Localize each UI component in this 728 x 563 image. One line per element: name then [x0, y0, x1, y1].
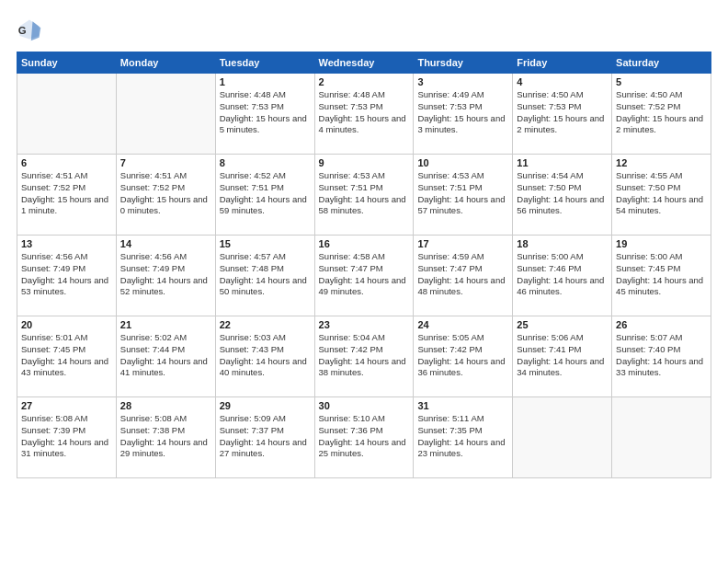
day-info: Sunrise: 4:54 AMSunset: 7:50 PMDaylight:… — [517, 170, 608, 217]
weekday-header-thursday: Thursday — [414, 52, 513, 74]
day-info: Sunrise: 4:56 AMSunset: 7:49 PMDaylight:… — [120, 251, 211, 298]
day-number: 15 — [220, 238, 311, 249]
day-number: 2 — [319, 76, 410, 87]
day-info: Sunrise: 4:57 AMSunset: 7:48 PMDaylight:… — [220, 251, 311, 298]
calendar-cell: 2Sunrise: 4:48 AMSunset: 7:53 PMDaylight… — [314, 74, 414, 155]
calendar-cell: 22Sunrise: 5:03 AMSunset: 7:43 PMDayligh… — [215, 316, 314, 397]
day-info: Sunrise: 5:11 AMSunset: 7:35 PMDaylight:… — [417, 413, 508, 460]
day-info: Sunrise: 4:51 AMSunset: 7:52 PMDaylight:… — [120, 170, 211, 217]
calendar-cell: 18Sunrise: 5:00 AMSunset: 7:46 PMDayligh… — [513, 236, 612, 316]
calendar-cell: 4Sunrise: 4:50 AMSunset: 7:53 PMDaylight… — [513, 74, 612, 155]
calendar-cell — [116, 74, 215, 155]
day-number: 19 — [616, 238, 707, 249]
day-number: 7 — [120, 157, 211, 168]
day-info: Sunrise: 4:50 AMSunset: 7:52 PMDaylight:… — [616, 89, 707, 136]
day-info: Sunrise: 4:48 AMSunset: 7:53 PMDaylight:… — [220, 89, 311, 136]
day-number: 3 — [417, 76, 508, 87]
calendar-cell: 5Sunrise: 4:50 AMSunset: 7:52 PMDaylight… — [612, 74, 711, 155]
day-number: 12 — [616, 157, 707, 168]
calendar-header-row: SundayMondayTuesdayWednesdayThursdayFrid… — [17, 52, 711, 74]
day-number: 10 — [417, 157, 508, 168]
day-number: 28 — [120, 400, 211, 411]
day-number: 16 — [319, 238, 410, 249]
day-info: Sunrise: 5:04 AMSunset: 7:42 PMDaylight:… — [319, 332, 410, 379]
day-info: Sunrise: 4:56 AMSunset: 7:49 PMDaylight:… — [21, 251, 112, 298]
day-number: 11 — [517, 157, 608, 168]
day-info: Sunrise: 4:55 AMSunset: 7:50 PMDaylight:… — [616, 170, 707, 217]
calendar-cell: 3Sunrise: 4:49 AMSunset: 7:53 PMDaylight… — [414, 74, 513, 155]
day-number: 1 — [220, 76, 311, 87]
day-number: 18 — [517, 238, 608, 249]
calendar-week-4: 20Sunrise: 5:01 AMSunset: 7:45 PMDayligh… — [17, 316, 711, 397]
day-info: Sunrise: 5:10 AMSunset: 7:36 PMDaylight:… — [319, 413, 410, 460]
day-info: Sunrise: 5:01 AMSunset: 7:45 PMDaylight:… — [21, 332, 112, 379]
day-info: Sunrise: 4:59 AMSunset: 7:47 PMDaylight:… — [417, 251, 508, 298]
calendar-cell: 12Sunrise: 4:55 AMSunset: 7:50 PMDayligh… — [612, 155, 711, 236]
calendar-table: SundayMondayTuesdayWednesdayThursdayFrid… — [17, 52, 711, 478]
day-info: Sunrise: 4:58 AMSunset: 7:47 PMDaylight:… — [319, 251, 410, 298]
weekday-header-saturday: Saturday — [612, 52, 711, 74]
calendar-cell: 10Sunrise: 4:53 AMSunset: 7:51 PMDayligh… — [414, 155, 513, 236]
day-number: 14 — [120, 238, 211, 249]
calendar-cell — [17, 74, 117, 155]
weekday-header-monday: Monday — [116, 52, 215, 74]
day-number: 31 — [417, 400, 508, 411]
weekday-header-wednesday: Wednesday — [314, 52, 414, 74]
day-number: 6 — [21, 157, 112, 168]
calendar-week-2: 6Sunrise: 4:51 AMSunset: 7:52 PMDaylight… — [17, 155, 711, 236]
calendar-cell: 24Sunrise: 5:05 AMSunset: 7:42 PMDayligh… — [414, 316, 513, 397]
day-info: Sunrise: 5:02 AMSunset: 7:44 PMDaylight:… — [120, 332, 211, 379]
svg-text:G: G — [18, 25, 27, 36]
page: G SundayMondayTuesdayWednesdayThursdayFr… — [0, 0, 728, 563]
calendar-week-1: 1Sunrise: 4:48 AMSunset: 7:53 PMDaylight… — [17, 74, 711, 155]
calendar-cell: 11Sunrise: 4:54 AMSunset: 7:50 PMDayligh… — [513, 155, 612, 236]
day-info: Sunrise: 5:06 AMSunset: 7:41 PMDaylight:… — [517, 332, 608, 379]
day-number: 4 — [517, 76, 608, 87]
day-number: 13 — [21, 238, 112, 249]
calendar-cell: 7Sunrise: 4:51 AMSunset: 7:52 PMDaylight… — [116, 155, 215, 236]
calendar-cell: 16Sunrise: 4:58 AMSunset: 7:47 PMDayligh… — [314, 236, 414, 316]
calendar-cell: 19Sunrise: 5:00 AMSunset: 7:45 PMDayligh… — [612, 236, 711, 316]
day-number: 9 — [319, 157, 410, 168]
day-info: Sunrise: 5:03 AMSunset: 7:43 PMDaylight:… — [220, 332, 311, 379]
day-info: Sunrise: 5:08 AMSunset: 7:38 PMDaylight:… — [120, 413, 211, 460]
day-number: 26 — [616, 319, 707, 330]
calendar-cell: 25Sunrise: 5:06 AMSunset: 7:41 PMDayligh… — [513, 316, 612, 397]
day-number: 24 — [417, 319, 508, 330]
day-info: Sunrise: 4:49 AMSunset: 7:53 PMDaylight:… — [417, 89, 508, 136]
calendar-cell: 30Sunrise: 5:10 AMSunset: 7:36 PMDayligh… — [314, 397, 414, 478]
day-number: 27 — [21, 400, 112, 411]
calendar-cell: 23Sunrise: 5:04 AMSunset: 7:42 PMDayligh… — [314, 316, 414, 397]
day-info: Sunrise: 4:51 AMSunset: 7:52 PMDaylight:… — [21, 170, 112, 217]
day-number: 25 — [517, 319, 608, 330]
svg-marker-1 — [31, 21, 41, 40]
day-info: Sunrise: 5:00 AMSunset: 7:46 PMDaylight:… — [517, 251, 608, 298]
calendar-cell: 28Sunrise: 5:08 AMSunset: 7:38 PMDayligh… — [116, 397, 215, 478]
logo-icon: G — [17, 17, 42, 42]
day-number: 23 — [319, 319, 410, 330]
day-number: 22 — [220, 319, 311, 330]
calendar-cell: 9Sunrise: 4:53 AMSunset: 7:51 PMDaylight… — [314, 155, 414, 236]
calendar-cell: 1Sunrise: 4:48 AMSunset: 7:53 PMDaylight… — [215, 74, 314, 155]
day-number: 17 — [417, 238, 508, 249]
calendar-cell — [513, 397, 612, 478]
day-info: Sunrise: 4:48 AMSunset: 7:53 PMDaylight:… — [319, 89, 410, 136]
day-info: Sunrise: 5:00 AMSunset: 7:45 PMDaylight:… — [616, 251, 707, 298]
day-info: Sunrise: 4:52 AMSunset: 7:51 PMDaylight:… — [220, 170, 311, 217]
day-info: Sunrise: 5:05 AMSunset: 7:42 PMDaylight:… — [417, 332, 508, 379]
calendar-cell: 20Sunrise: 5:01 AMSunset: 7:45 PMDayligh… — [17, 316, 117, 397]
day-info: Sunrise: 4:53 AMSunset: 7:51 PMDaylight:… — [319, 170, 410, 217]
calendar-cell: 26Sunrise: 5:07 AMSunset: 7:40 PMDayligh… — [612, 316, 711, 397]
day-info: Sunrise: 5:07 AMSunset: 7:40 PMDaylight:… — [616, 332, 707, 379]
header: G — [17, 17, 711, 42]
calendar-cell: 31Sunrise: 5:11 AMSunset: 7:35 PMDayligh… — [414, 397, 513, 478]
calendar-cell: 6Sunrise: 4:51 AMSunset: 7:52 PMDaylight… — [17, 155, 117, 236]
day-info: Sunrise: 5:08 AMSunset: 7:39 PMDaylight:… — [21, 413, 112, 460]
calendar-cell: 15Sunrise: 4:57 AMSunset: 7:48 PMDayligh… — [215, 236, 314, 316]
calendar-week-5: 27Sunrise: 5:08 AMSunset: 7:39 PMDayligh… — [17, 397, 711, 478]
calendar-cell: 21Sunrise: 5:02 AMSunset: 7:44 PMDayligh… — [116, 316, 215, 397]
calendar-cell — [612, 397, 711, 478]
weekday-header-sunday: Sunday — [17, 52, 117, 74]
day-number: 29 — [220, 400, 311, 411]
day-number: 20 — [21, 319, 112, 330]
